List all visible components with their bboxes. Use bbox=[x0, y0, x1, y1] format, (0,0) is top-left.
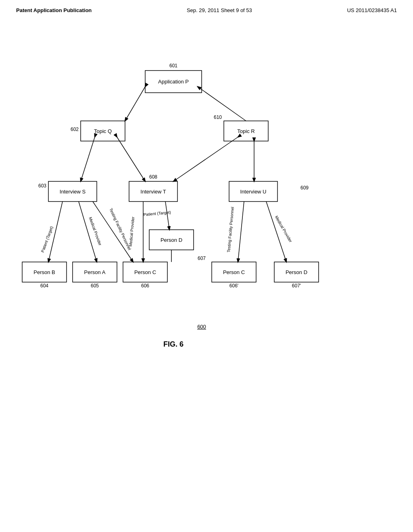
svg-text:610: 610 bbox=[214, 114, 222, 120]
svg-text:600: 600 bbox=[197, 324, 206, 330]
svg-text:Person A: Person A bbox=[84, 269, 106, 275]
header-left: Patent Application Publication bbox=[16, 7, 92, 13]
header-right: US 2011/0238435 A1 bbox=[347, 7, 397, 13]
svg-line-38 bbox=[81, 137, 95, 181]
svg-text:Topic Q: Topic Q bbox=[94, 128, 112, 134]
svg-text:608: 608 bbox=[149, 174, 157, 180]
svg-line-37 bbox=[198, 87, 246, 121]
svg-text:601: 601 bbox=[169, 63, 177, 69]
svg-line-52 bbox=[238, 202, 244, 262]
svg-text:Interview S: Interview S bbox=[60, 189, 86, 195]
svg-text:607': 607' bbox=[292, 283, 301, 289]
svg-text:Person C: Person C bbox=[134, 269, 156, 275]
svg-text:FIG. 6: FIG. 6 bbox=[163, 340, 184, 348]
svg-text:Medical Provider: Medical Provider bbox=[128, 216, 136, 247]
svg-text:Medical Provider: Medical Provider bbox=[88, 216, 102, 246]
page-header: Patent Application Publication Sep. 29, … bbox=[0, 0, 413, 17]
svg-text:603: 603 bbox=[38, 183, 46, 189]
svg-text:Person B: Person B bbox=[33, 269, 55, 275]
svg-text:Person D: Person D bbox=[161, 237, 182, 243]
header-center: Sep. 29, 2011 Sheet 9 of 53 bbox=[187, 7, 252, 13]
svg-text:Interview U: Interview U bbox=[240, 189, 266, 195]
svg-text:606': 606' bbox=[229, 283, 238, 289]
svg-text:Interview T: Interview T bbox=[140, 189, 166, 195]
svg-text:Testing Facility Personnel: Testing Facility Personnel bbox=[226, 207, 235, 253]
svg-text:Medical Provider: Medical Provider bbox=[274, 215, 293, 243]
svg-text:Person D: Person D bbox=[286, 269, 307, 275]
diagram-area: Application P 601 Topic Q 602 Topic R 61… bbox=[0, 24, 413, 468]
svg-line-36 bbox=[125, 87, 145, 121]
svg-text:Person C: Person C bbox=[223, 269, 245, 275]
svg-text:Topic R: Topic R bbox=[237, 128, 254, 134]
svg-text:604: 604 bbox=[40, 283, 48, 289]
svg-line-39 bbox=[117, 137, 145, 181]
svg-line-40 bbox=[173, 137, 238, 181]
svg-text:Patient (Target): Patient (Target) bbox=[143, 210, 171, 217]
svg-text:Patient (Target): Patient (Target) bbox=[40, 226, 54, 253]
svg-text:605: 605 bbox=[91, 283, 99, 289]
svg-text:606: 606 bbox=[141, 283, 149, 289]
svg-text:602: 602 bbox=[71, 127, 79, 132]
svg-line-48 bbox=[165, 202, 169, 230]
svg-text:Application P: Application P bbox=[158, 79, 189, 85]
svg-text:609: 609 bbox=[300, 185, 309, 191]
svg-text:607: 607 bbox=[198, 256, 206, 261]
